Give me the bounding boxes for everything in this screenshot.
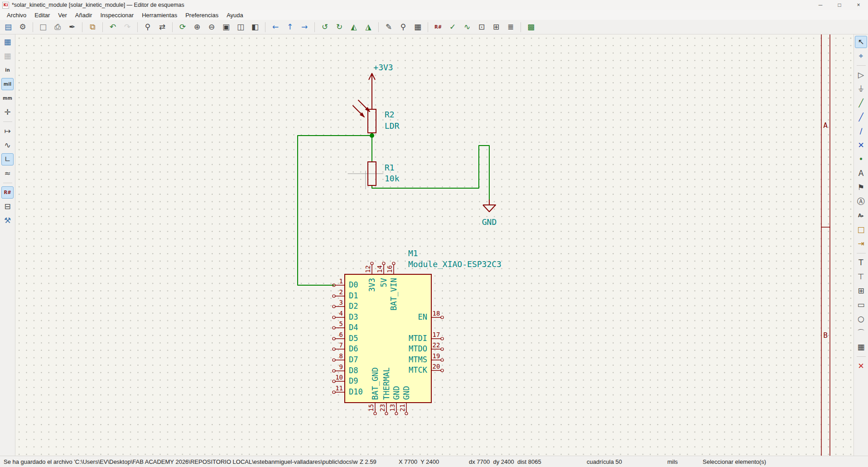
svg-text:A: A	[823, 121, 828, 130]
netclass-directive-button[interactable]: ⚑	[855, 181, 867, 194]
global-label-button[interactable]: Ⓐ	[855, 195, 867, 208]
mirror-vertical-button[interactable]: ◭	[347, 21, 360, 34]
open-pcb-editor-button[interactable]: ▩	[525, 21, 537, 34]
assign-footprints-button[interactable]: ⊡	[475, 21, 488, 34]
mirror-horizontal-button[interactable]: ◮	[362, 21, 375, 34]
menu-editar[interactable]: Editar	[30, 11, 54, 19]
grid-overrides-button[interactable]: ▦	[1, 50, 14, 62]
zoom-fit-icon: ▣	[222, 23, 230, 31]
text-box-button[interactable]: ⊤	[855, 271, 867, 283]
units-mm-button[interactable]: mm	[1, 92, 14, 104]
hierarchical-sheet-button[interactable]: □	[855, 224, 867, 236]
hv-line-mode-button[interactable]: ∟	[1, 153, 14, 165]
undo-button[interactable]: ↶	[106, 21, 119, 34]
hierarchy-navigator-button[interactable]: ⊟	[1, 200, 14, 213]
table-button[interactable]: ⊞	[855, 285, 867, 297]
erc-button[interactable]: ✓	[446, 21, 459, 34]
page-settings-button[interactable]: □	[37, 21, 49, 34]
symbol-fields-table-button[interactable]: ⊞	[490, 21, 502, 34]
delete-tool-button[interactable]: ✕	[855, 360, 867, 372]
maximize-button[interactable]: □	[830, 0, 849, 10]
symbol-editor-button[interactable]: ✎	[382, 21, 395, 34]
zoom-out-button[interactable]: ⊖	[205, 21, 218, 34]
cursor-crosshair	[348, 171, 383, 189]
menu-anadir[interactable]: Añadir	[71, 11, 96, 19]
find-replace-button[interactable]: ⇄	[156, 21, 169, 34]
place-symbol-button[interactable]: ▷	[855, 69, 867, 81]
circle-button[interactable]: ○	[855, 313, 867, 325]
redo-button[interactable]: ↷	[121, 21, 134, 34]
auto-annotate-button[interactable]: R#	[1, 186, 14, 199]
paste-icon: ⧉	[90, 23, 95, 31]
sheet-pin-button[interactable]: ⇥	[855, 238, 867, 250]
refresh-view-icon: ⟳	[179, 23, 186, 31]
rectangle-button[interactable]: ▭	[855, 299, 867, 311]
zoom-fit-objects-button[interactable]: ◫	[234, 21, 247, 34]
module-m1[interactable]: M1Module_XIAO-ESP32C31D02D13D24D35D46D57…	[333, 248, 502, 415]
no-connect-button[interactable]: ✕	[855, 139, 867, 151]
auto-annotate-icon: R#	[4, 190, 11, 195]
show-hidden-pins-button[interactable]: ↦	[1, 125, 14, 137]
hierarchical-label-button[interactable]: A▸	[855, 209, 867, 222]
units-mils-button[interactable]: mil	[1, 78, 14, 90]
menu-archivo[interactable]: Archivo	[3, 11, 30, 19]
svg-text:MTDI: MTDI	[409, 334, 427, 343]
show-grid-icon: ▦	[4, 38, 11, 46]
simulator-button[interactable]: ∿	[461, 21, 473, 34]
menu-ver[interactable]: Ver	[54, 11, 71, 19]
resistor-r2-ldr[interactable]: R2LDR	[353, 100, 400, 133]
schematic-canvas[interactable]: AB+3V3R2LDRR110kGNDM1Module_XIAO-ESP32C3…	[15, 34, 854, 456]
menu-preferencias[interactable]: Preferencias	[181, 11, 222, 19]
find-button[interactable]: ⚲	[141, 21, 154, 34]
arc-button[interactable]: ⌒	[855, 327, 867, 339]
select-tool-button[interactable]: ↖	[855, 36, 867, 48]
menu-ayuda[interactable]: Ayuda	[222, 11, 247, 19]
minimize-button[interactable]: ─	[811, 0, 830, 10]
net-label-button[interactable]: A	[855, 167, 867, 180]
text-button[interactable]: T	[855, 257, 867, 269]
assign-footprints-icon: ⊡	[478, 23, 485, 31]
place-power-port-button[interactable]: ⏚	[855, 83, 867, 95]
junction-dot[interactable]	[370, 133, 374, 138]
power-port-gnd[interactable]: GND	[482, 200, 497, 227]
plot-button[interactable]: ✒	[66, 21, 78, 34]
menu-inspeccionar[interactable]: Inspeccionar	[96, 11, 138, 19]
schematic-setup-button[interactable]: ⚙	[16, 21, 29, 34]
zoom-in-button[interactable]: ⊕	[191, 21, 203, 34]
print-button[interactable]: ⎙	[51, 21, 64, 34]
draw-wire-button[interactable]: ╱	[855, 97, 867, 109]
window-title: *solar_kinetic_module [solar_kinetic_mod…	[12, 2, 184, 8]
zoom-selection-button[interactable]: ◧	[249, 21, 261, 34]
symbol-browser-button[interactable]: ⚲	[397, 21, 410, 34]
highlight-net-button[interactable]: ⌖	[855, 50, 867, 62]
bus-entry-button[interactable]: ∕	[855, 125, 867, 137]
show-op-voltages-button[interactable]: ∿	[1, 139, 14, 151]
save-button[interactable]: ▤	[2, 21, 14, 34]
image-button[interactable]: ▦	[855, 341, 867, 353]
rotate-cw-button[interactable]: ↻	[333, 21, 346, 34]
bom-button[interactable]: ≣	[504, 21, 517, 34]
zoom-fit-button[interactable]: ▣	[220, 21, 232, 34]
nav-up-button[interactable]: ↑	[284, 21, 296, 34]
draw-bus-button[interactable]: ╱	[855, 111, 867, 123]
net-label-icon: A	[858, 170, 864, 177]
no-connect-icon: ✕	[858, 141, 864, 149]
junction-button[interactable]: •	[855, 153, 867, 165]
crosshair-style-button[interactable]: ✛	[1, 106, 14, 118]
library-editor-button[interactable]: ▦	[411, 21, 424, 34]
show-grid-button[interactable]: ▦	[1, 36, 14, 48]
svg-text:B: B	[823, 331, 828, 340]
annotate-button[interactable]: R#	[432, 21, 444, 34]
hierarchical-label-icon: A▸	[858, 214, 864, 218]
power-port-3v3[interactable]: +3V3	[369, 63, 393, 109]
refresh-view-button[interactable]: ⟳	[176, 21, 189, 34]
show-op-currents-button[interactable]: ≈	[1, 167, 14, 180]
nav-forward-button[interactable]: →	[298, 21, 311, 34]
rotate-ccw-button[interactable]: ↺	[318, 21, 331, 34]
menu-herramientas[interactable]: Herramientas	[138, 11, 181, 19]
close-button[interactable]: ×	[849, 0, 868, 10]
properties-panel-button[interactable]: ⚒	[1, 214, 14, 227]
paste-button[interactable]: ⧉	[86, 21, 99, 34]
nav-back-button[interactable]: ←	[269, 21, 282, 34]
units-inches-button[interactable]: in	[1, 64, 14, 76]
